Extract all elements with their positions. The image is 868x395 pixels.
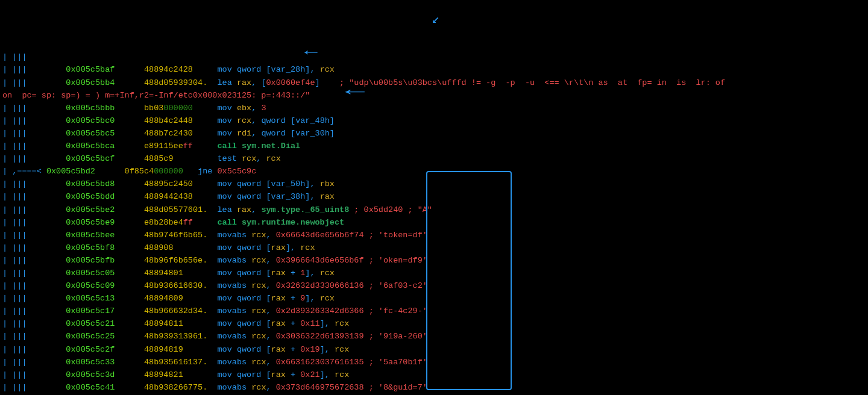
mnemonic: mov: [217, 370, 236, 379]
gutter: | |||: [2, 332, 42, 341]
bytes-ff: ff: [183, 218, 193, 227]
asm-line[interactable]: | ||| 0x005c5bf8 488908 mov qword [rax],…: [2, 241, 868, 254]
reg: rbx: [320, 179, 335, 188]
address: 0x005c5bca: [66, 142, 115, 151]
reg: rax: [320, 192, 335, 201]
address: 0x005c5c2f: [66, 345, 115, 354]
rb: ]: [320, 319, 325, 328]
asm-line[interactable]: | ||| 0x005c5bd8 48895c2450 mov qword [v…: [2, 178, 868, 190]
bytes: 48b938266775.: [144, 383, 207, 392]
asm-line[interactable]: | ||| 0x005c5be2 488d05577601. lea rax, …: [2, 204, 868, 216]
address: 0x005c5c13: [66, 294, 115, 303]
address: 0x005c5bd2: [46, 167, 95, 176]
bytes: 48b96f6b656e.: [144, 256, 207, 265]
comment-wrap: on pc= sp: sp=) = ) m=+Inf,r2=-Inf/etc0x…: [2, 91, 310, 100]
num: 0x6631623037616135: [276, 358, 364, 367]
bytes: 48b9746f6b65.: [144, 231, 207, 240]
gutter: | |||: [2, 269, 42, 278]
reg: ebx: [237, 104, 251, 113]
num: 0x21: [300, 370, 319, 379]
asm-line[interactable]: | ||| 0x005c5bcf 4885c9 test rcx, rcx: [2, 152, 868, 165]
address: 0x005c5bcf: [66, 154, 115, 163]
asm-line[interactable]: | ||| 0x005c5bfb 48b96f6b656e. movabs rc…: [2, 254, 868, 267]
asm-line[interactable]: | ||| 0x005c5bbb bb03000000 mov ebx, 3: [2, 102, 868, 114]
asm-line[interactable]: | ||| 0x005c5c21 48894811 mov qword [rax…: [2, 317, 868, 330]
bytes: 0f85c4: [125, 167, 154, 176]
gutter: | |||: [2, 231, 42, 240]
reg: rcx: [251, 332, 266, 341]
gutter: | |||: [2, 179, 42, 188]
asm-line[interactable]: | ||| 0x005c5bca e89115eeff call sym.net…: [2, 140, 868, 152]
asm-line[interactable]: | ||| 0x005c5c41 48b938266775. movabs rc…: [2, 381, 868, 394]
asm-line[interactable]: | ||| 0x005c5c25 48b939313961. movabs rc…: [2, 330, 868, 343]
asm-line[interactable]: on pc= sp: sp=) = ) m=+Inf,r2=-Inf/etc0x…: [2, 89, 868, 102]
gutter: | |||: [2, 294, 42, 303]
address: 0x005c5bdd: [66, 192, 115, 201]
gutter: | |||: [2, 345, 42, 354]
asm-line[interactable]: | ||| 0x005c5c17 48b966632d34. movabs rc…: [2, 305, 868, 317]
asm-line[interactable]: | ,====< 0x005c5bd2 0f85c4000000 jne 0x5…: [2, 165, 868, 178]
asm-line[interactable]: | ||| 0x005c5bc5 488b7c2430 mov rdi, qwo…: [2, 127, 868, 140]
gutter: | |||: [2, 192, 42, 201]
gutter: | |||: [2, 129, 42, 138]
punc: ,: [266, 383, 276, 392]
asm-line[interactable]: | ||| 0x005c5c2f 48894819 mov qword [rax…: [2, 343, 868, 356]
reg: rcx: [266, 154, 281, 163]
lb: [: [291, 129, 295, 138]
punc: ,: [251, 104, 261, 113]
bytes: 48894801: [144, 269, 183, 278]
punc: ,: [266, 306, 276, 316]
gutter: | |||: [2, 218, 42, 227]
asm-line[interactable]: | ||| 0x005c5bc0 488b4c2448 mov rcx, qwo…: [2, 114, 868, 127]
address: 0x005c5c25: [66, 332, 115, 341]
op: +: [286, 370, 300, 379]
punc: ]: [315, 78, 320, 87]
punc: ,: [266, 256, 276, 265]
punc: ,: [325, 319, 335, 328]
reg: rax: [271, 319, 286, 328]
punc: ,: [251, 205, 261, 214]
asm-line[interactable]: | ||| 0x005c5c05 48894801 mov qword [rax…: [2, 267, 868, 279]
bytes: e8b28be4: [144, 218, 183, 227]
bytes: 48b939313961.: [144, 332, 207, 341]
punc: ,: [266, 332, 276, 341]
annotation-arrow: ↙: [432, 13, 439, 26]
punc: ,: [291, 243, 300, 252]
asm-line[interactable]: | ||| 0x005c5baf 48894c2428 mov qword [v…: [2, 63, 868, 76]
reg: rcx: [237, 116, 251, 125]
asm-line[interactable]: | ||| 0x005c5bdd 4889442438 mov qword [v…: [2, 190, 868, 203]
num: 0x5c5c9c: [217, 167, 256, 176]
op: qword: [237, 179, 266, 188]
bytes: 48b935616137.: [144, 358, 207, 367]
asm-line[interactable]: | ||| 0x005c5be9 e8b28be4ff call sym.run…: [2, 216, 868, 229]
asm-line[interactable]: | ||| 0x005c5c09 48b936616630. movabs rc…: [2, 279, 868, 292]
address: 0x005c5baf: [66, 65, 115, 74]
comment: ; "udp\u00b5s\u03bcs\ufffd != -g -p -u <…: [320, 78, 725, 87]
disassembly-listing[interactable]: | ||| | ||| 0x005c5baf 48894c2428 mov qw…: [2, 51, 868, 395]
num: 0x66643d6e656b6f74: [276, 231, 364, 240]
op: qword: [237, 370, 266, 379]
bytes: 48b966632d34.: [144, 306, 207, 316]
mnemonic: mov: [217, 116, 236, 125]
sym: sym.type._65_uint8: [261, 205, 349, 214]
bytes: 48894821: [144, 370, 183, 379]
gutter: | |||: [2, 383, 42, 392]
reg: rcx: [335, 345, 349, 354]
address: 0x005c5c21: [66, 319, 115, 328]
bytes-zero: 000000: [154, 167, 183, 176]
asm-line[interactable]: | |||: [2, 51, 868, 63]
gutter: | |||: [2, 306, 42, 316]
gutter: | |||: [2, 104, 42, 113]
gutter: | |||: [2, 281, 42, 290]
flow-marker: ,====<: [12, 167, 46, 176]
op: +: [286, 319, 300, 328]
asm-line[interactable]: | ||| 0x005c5bb4 488d05939304. lea rax, …: [2, 76, 868, 89]
gutter: | |||: [2, 256, 42, 265]
rb: ]: [330, 129, 335, 138]
reg: rax: [237, 205, 251, 214]
comment: ; 0x5dd240 ; "A": [349, 205, 432, 214]
asm-line[interactable]: | ||| 0x005c5c13 48894809 mov qword [rax…: [2, 292, 868, 305]
asm-line[interactable]: | ||| 0x005c5bee 48b9746f6b65. movabs rc…: [2, 229, 868, 241]
asm-line[interactable]: | ||| 0x005c5c33 48b935616137. movabs rc…: [2, 356, 868, 369]
asm-line[interactable]: | ||| 0x005c5c3d 48894821 mov qword [rax…: [2, 369, 868, 381]
